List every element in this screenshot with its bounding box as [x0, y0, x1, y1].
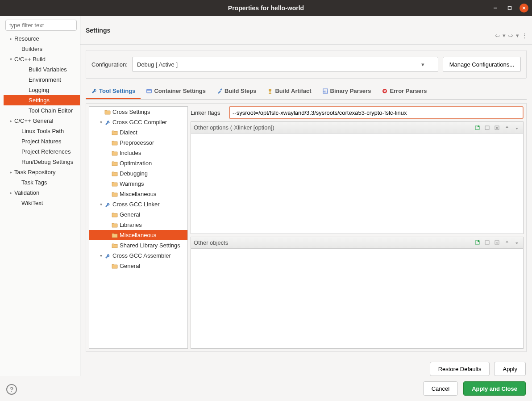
tool-tree-item[interactable]: Libraries	[89, 220, 187, 230]
other-objects-list[interactable]	[191, 249, 523, 349]
tree-arrow-icon: ▸	[8, 190, 13, 195]
apply-close-button[interactable]: Apply and Close	[463, 381, 526, 396]
tab[interactable]: Tool Settings	[86, 84, 141, 99]
sidebar-item[interactable]: ▸Resource	[4, 33, 80, 44]
add-icon[interactable]	[474, 239, 481, 246]
tool-tree-label: Debugging	[120, 170, 148, 177]
menu-icon[interactable]: ⋮	[522, 32, 528, 39]
sidebar-item[interactable]: Builders	[4, 44, 80, 54]
tree-arrow-icon: ▸	[8, 118, 13, 123]
sidebar-item-label: C/C++ Build	[13, 56, 46, 63]
move-up-icon[interactable]	[503, 239, 511, 246]
sidebar-item[interactable]: ▸Validation	[4, 188, 80, 198]
tool-tree-item[interactable]: General	[89, 261, 187, 271]
other-options-list[interactable]	[191, 134, 523, 234]
tool-tree-item[interactable]: ▾Cross GCC Linker	[89, 199, 187, 209]
tool-tree-item[interactable]: Miscellaneous	[89, 189, 187, 199]
tree-arrow-icon: ▸	[8, 36, 13, 41]
tool-tree-label: Optimization	[120, 160, 152, 167]
sidebar-item-label: Tool Chain Editor	[28, 107, 73, 114]
folder-icon	[112, 212, 118, 217]
delete-icon[interactable]	[494, 124, 501, 131]
tool-tree-label: Miscellaneous	[120, 191, 156, 197]
help-icon[interactable]: ?	[6, 384, 17, 395]
tab-label: Container Settings	[154, 88, 206, 94]
tool-tree-label: Miscellaneous	[120, 232, 156, 238]
sidebar-item-label: WikiText	[21, 200, 43, 206]
tool-tree-item[interactable]: ▾Cross GCC Compiler	[89, 117, 187, 127]
sidebar-item[interactable]: Task Tags	[4, 177, 80, 188]
tab[interactable]: Build Artifact	[262, 84, 316, 99]
tool-tree-item[interactable]: Warnings	[89, 179, 187, 189]
tool-tree-item[interactable]: Debugging	[89, 168, 187, 179]
sidebar-item[interactable]: Tool Chain Editor	[4, 105, 80, 116]
cancel-button[interactable]: Cancel	[423, 381, 458, 396]
sidebar-item[interactable]: Linux Tools Path	[4, 126, 80, 136]
sidebar-item-label: Task Tags	[21, 179, 47, 186]
tool-tree-item[interactable]: Cross Settings	[89, 107, 187, 117]
configuration-select[interactable]: Debug [ Active ] ▾	[132, 57, 438, 72]
tool-tree-item[interactable]: Includes	[89, 148, 187, 158]
folder-icon	[112, 263, 118, 269]
edit-icon[interactable]	[484, 124, 491, 131]
back-menu-icon[interactable]: ▾	[503, 32, 506, 39]
tool-settings-tree: Cross Settings▾Cross GCC CompilerDialect…	[89, 106, 188, 349]
tool-tree-label: Libraries	[120, 221, 142, 228]
sidebar-item[interactable]: ▸C/C++ General	[4, 116, 80, 126]
tab[interactable]: 010Binary Parsers	[317, 84, 377, 99]
sidebar-item[interactable]: Build Variables	[4, 64, 80, 75]
tool-tree-item[interactable]: ▾Cross GCC Assembler	[89, 251, 187, 261]
tab[interactable]: Error Parsers	[376, 84, 432, 99]
tool-tree-label: Cross GCC Compiler	[112, 119, 167, 125]
linker-flags-input[interactable]	[229, 106, 524, 119]
sidebar-item[interactable]: Project Natures	[4, 136, 80, 146]
back-icon[interactable]: ⇦	[495, 32, 500, 39]
tabbar: Tool SettingsContainer SettingsBuild Ste…	[86, 84, 527, 100]
forward-icon[interactable]: ⇨	[508, 32, 513, 39]
tool-tree-item[interactable]: Shared Library Settings	[89, 240, 187, 251]
tab[interactable]: Container Settings	[141, 84, 211, 99]
maximize-icon[interactable]	[505, 4, 514, 13]
tool-tree-item[interactable]: Miscellaneous	[89, 230, 187, 240]
tool-tree-item[interactable]: Preprocessor	[89, 138, 187, 148]
move-down-icon[interactable]	[513, 239, 520, 246]
tree-arrow-icon: ▾	[98, 120, 104, 125]
apply-button[interactable]: Apply	[494, 362, 526, 376]
forward-menu-icon[interactable]: ▾	[516, 32, 519, 39]
sidebar-item[interactable]: ▾C/C++ Build	[4, 54, 80, 64]
sidebar-item[interactable]: ▸Task Repository	[4, 167, 80, 177]
restore-defaults-button[interactable]: Restore Defaults	[430, 362, 490, 376]
sidebar-item[interactable]: Environment	[4, 75, 80, 85]
add-icon[interactable]	[474, 124, 481, 131]
tree-arrow-icon: ▸	[8, 170, 13, 175]
close-icon[interactable]	[520, 4, 528, 13]
sidebar-item[interactable]: Project References	[4, 146, 80, 157]
delete-icon[interactable]	[494, 239, 501, 246]
configuration-row: Configuration: Debug [ Active ] ▾ Manage…	[86, 50, 527, 79]
move-down-icon[interactable]	[513, 124, 520, 131]
sidebar-item-label: Resource	[13, 35, 39, 42]
tab-label: Build Steps	[224, 88, 257, 94]
tool-tree-item[interactable]: Dialect	[89, 127, 187, 138]
sidebar-item[interactable]: Logging	[4, 85, 80, 95]
move-up-icon[interactable]	[503, 124, 511, 131]
svg-rect-21	[485, 241, 489, 244]
tool-tree-item[interactable]: Optimization	[89, 158, 187, 168]
sidebar-item-label: C/C++ General	[13, 117, 53, 124]
sidebar-item-label: Builders	[21, 46, 42, 52]
configuration-value: Debug [ Active ]	[137, 61, 178, 68]
minimize-icon[interactable]	[491, 4, 500, 13]
folder-icon	[112, 233, 118, 238]
tool-tree-item[interactable]: General	[89, 209, 187, 220]
binary-icon: 010	[322, 88, 328, 94]
sidebar-item[interactable]: Settings	[4, 95, 80, 105]
tab[interactable]: Build Steps	[211, 84, 262, 99]
edit-icon[interactable]	[484, 239, 491, 246]
manage-configurations-button[interactable]: Manage Configurations...	[443, 57, 521, 72]
filter-input[interactable]	[5, 20, 77, 31]
sidebar-item-label: Linux Tools Path	[21, 128, 64, 134]
folder-icon	[112, 161, 118, 166]
sidebar-item[interactable]: Run/Debug Settings	[4, 157, 80, 167]
sidebar-item[interactable]: WikiText	[4, 198, 80, 208]
wrench-icon	[104, 120, 111, 125]
